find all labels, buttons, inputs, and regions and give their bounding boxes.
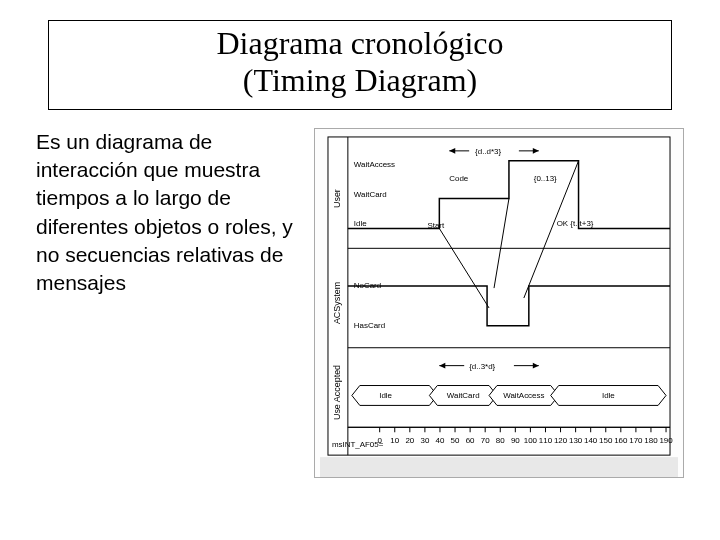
svg-text:180: 180 bbox=[644, 436, 658, 445]
svg-text:20: 20 bbox=[405, 436, 414, 445]
svg-text:110: 110 bbox=[539, 436, 553, 445]
svg-text:WaitCard: WaitCard bbox=[447, 391, 480, 400]
svg-text:150: 150 bbox=[599, 436, 613, 445]
timing-diagram-svg: User WaitAccess WaitCard Idle {d..d*3} C… bbox=[315, 129, 683, 477]
lane3-box-waitcard: WaitCard bbox=[429, 385, 497, 405]
description-text: Es un diagrama de interacción que muestr… bbox=[36, 128, 296, 478]
svg-text:190: 190 bbox=[659, 436, 673, 445]
svg-text:100: 100 bbox=[524, 436, 538, 445]
lane1-annot-range: {0..13} bbox=[534, 173, 557, 182]
svg-text:Idle: Idle bbox=[602, 391, 615, 400]
title-line-1: Diagrama cronológico bbox=[61, 25, 659, 62]
lane1-annot-code: Code bbox=[449, 173, 469, 182]
svg-text:10: 10 bbox=[390, 436, 399, 445]
svg-text:60: 60 bbox=[466, 436, 475, 445]
svg-marker-16 bbox=[352, 385, 438, 405]
svg-text:120: 120 bbox=[554, 436, 568, 445]
svg-text:160: 160 bbox=[614, 436, 628, 445]
svg-text:90: 90 bbox=[511, 436, 520, 445]
svg-text:40: 40 bbox=[436, 436, 445, 445]
title-box: Diagrama cronológico (Timing Diagram) bbox=[48, 20, 672, 110]
lane3-annot-d: {d..3*d} bbox=[469, 361, 495, 370]
lane2-label: ACSystem bbox=[332, 281, 342, 323]
lane1-state-idle: Idle bbox=[354, 219, 367, 228]
lane1-label: User bbox=[332, 189, 342, 208]
lane1-annot-ok: OK {t..t+3} bbox=[557, 219, 594, 228]
lane1-annot-start: Start bbox=[427, 221, 445, 230]
lane3-box-idle2: Idle bbox=[551, 385, 666, 405]
footer-label: msINT_AF05= bbox=[332, 440, 384, 449]
svg-text:30: 30 bbox=[420, 436, 429, 445]
timing-diagram-figure: User WaitAccess WaitCard Idle {d..d*3} C… bbox=[314, 128, 684, 478]
lane3-label: Use Accepted bbox=[332, 364, 342, 419]
lane3-box-waitaccess: WaitAccess bbox=[489, 385, 559, 405]
svg-text:70: 70 bbox=[481, 436, 490, 445]
svg-text:0: 0 bbox=[377, 436, 382, 445]
svg-text:140: 140 bbox=[584, 436, 598, 445]
lane2-state-hascard: HasCard bbox=[354, 320, 385, 329]
svg-text:130: 130 bbox=[569, 436, 583, 445]
lane3-box-idle1: Idle bbox=[352, 385, 438, 405]
lane1-annot-d: {d..d*3} bbox=[475, 146, 501, 155]
svg-text:Idle: Idle bbox=[379, 391, 392, 400]
content-row: Es un diagrama de interacción que muestr… bbox=[0, 128, 720, 478]
lane1-state-waitaccess: WaitAccess bbox=[354, 159, 395, 168]
svg-text:WaitAccess: WaitAccess bbox=[503, 391, 544, 400]
svg-rect-0 bbox=[328, 137, 670, 455]
svg-rect-65 bbox=[320, 457, 678, 477]
svg-text:170: 170 bbox=[629, 436, 643, 445]
svg-text:50: 50 bbox=[451, 436, 460, 445]
svg-text:80: 80 bbox=[496, 436, 505, 445]
lane1-state-waitcard: WaitCard bbox=[354, 189, 387, 198]
title-line-2: (Timing Diagram) bbox=[61, 62, 659, 99]
